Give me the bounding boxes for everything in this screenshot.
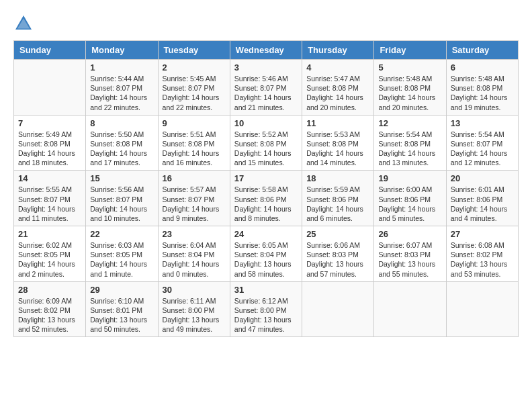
day-number: 24 (234, 229, 298, 239)
page-header (13, 13, 519, 34)
day-info: Sunrise: 6:09 AM Sunset: 8:02 PM Dayligh… (18, 296, 81, 334)
calendar-cell: 14Sunrise: 5:55 AM Sunset: 8:07 PM Dayli… (14, 171, 86, 226)
header-wednesday: Wednesday (230, 41, 302, 60)
day-info: Sunrise: 5:58 AM Sunset: 8:06 PM Dayligh… (234, 185, 298, 223)
logo (13, 13, 36, 34)
calendar-cell: 4Sunrise: 5:47 AM Sunset: 8:08 PM Daylig… (302, 60, 374, 116)
day-number: 13 (451, 118, 514, 128)
day-number: 2 (163, 62, 226, 73)
day-number: 16 (163, 173, 226, 183)
header-saturday: Saturday (446, 41, 518, 60)
calendar-cell: 8Sunrise: 5:50 AM Sunset: 8:08 PM Daylig… (86, 115, 158, 171)
day-info: Sunrise: 5:47 AM Sunset: 8:08 PM Dayligh… (306, 74, 369, 112)
day-number: 5 (378, 62, 441, 73)
calendar-cell: 27Sunrise: 6:08 AM Sunset: 8:02 PM Dayli… (446, 226, 518, 282)
day-info: Sunrise: 5:57 AM Sunset: 8:07 PM Dayligh… (163, 185, 226, 223)
day-info: Sunrise: 5:55 AM Sunset: 8:07 PM Dayligh… (18, 185, 81, 223)
day-info: Sunrise: 5:49 AM Sunset: 8:08 PM Dayligh… (18, 130, 81, 168)
day-number: 18 (306, 173, 369, 183)
calendar-cell (14, 60, 86, 116)
calendar-cell: 12Sunrise: 5:54 AM Sunset: 8:08 PM Dayli… (374, 115, 446, 171)
calendar-cell: 16Sunrise: 5:57 AM Sunset: 8:07 PM Dayli… (158, 171, 230, 226)
calendar-week-5: 28Sunrise: 6:09 AM Sunset: 8:02 PM Dayli… (14, 281, 519, 337)
calendar-cell: 20Sunrise: 6:01 AM Sunset: 8:06 PM Dayli… (446, 171, 518, 226)
day-info: Sunrise: 5:53 AM Sunset: 8:08 PM Dayligh… (306, 130, 369, 168)
day-info: Sunrise: 6:02 AM Sunset: 8:05 PM Dayligh… (18, 240, 81, 279)
day-info: Sunrise: 6:04 AM Sunset: 8:04 PM Dayligh… (163, 240, 226, 279)
day-info: Sunrise: 5:54 AM Sunset: 8:07 PM Dayligh… (451, 130, 514, 168)
calendar-cell (302, 281, 374, 337)
day-number: 1 (90, 62, 153, 73)
day-number: 11 (306, 118, 369, 128)
calendar-header: SundayMondayTuesdayWednesdayThursdayFrid… (14, 41, 519, 60)
day-number: 9 (163, 118, 226, 128)
day-number: 15 (90, 173, 153, 183)
day-info: Sunrise: 5:46 AM Sunset: 8:07 PM Dayligh… (234, 74, 298, 112)
day-number: 29 (90, 285, 153, 295)
header-tuesday: Tuesday (158, 41, 230, 60)
calendar-cell: 21Sunrise: 6:02 AM Sunset: 8:05 PM Dayli… (14, 226, 86, 282)
day-info: Sunrise: 5:52 AM Sunset: 8:08 PM Dayligh… (234, 130, 298, 168)
day-info: Sunrise: 5:48 AM Sunset: 8:08 PM Dayligh… (451, 74, 514, 112)
logo-icon (13, 13, 34, 34)
day-info: Sunrise: 5:54 AM Sunset: 8:08 PM Dayligh… (378, 130, 441, 168)
calendar-cell: 11Sunrise: 5:53 AM Sunset: 8:08 PM Dayli… (302, 115, 374, 171)
header-sunday: Sunday (14, 41, 86, 60)
day-number: 20 (451, 173, 514, 183)
calendar-cell: 10Sunrise: 5:52 AM Sunset: 8:08 PM Dayli… (230, 115, 302, 171)
calendar-cell: 7Sunrise: 5:49 AM Sunset: 8:08 PM Daylig… (14, 115, 86, 171)
calendar-cell: 22Sunrise: 6:03 AM Sunset: 8:05 PM Dayli… (86, 226, 158, 282)
day-info: Sunrise: 5:48 AM Sunset: 8:08 PM Dayligh… (378, 74, 441, 112)
calendar-cell: 5Sunrise: 5:48 AM Sunset: 8:08 PM Daylig… (374, 60, 446, 116)
header-thursday: Thursday (302, 41, 374, 60)
day-number: 31 (234, 285, 298, 295)
calendar-cell: 24Sunrise: 6:05 AM Sunset: 8:04 PM Dayli… (230, 226, 302, 282)
day-number: 26 (378, 229, 441, 239)
calendar-cell: 13Sunrise: 5:54 AM Sunset: 8:07 PM Dayli… (446, 115, 518, 171)
day-info: Sunrise: 6:06 AM Sunset: 8:03 PM Dayligh… (306, 240, 369, 279)
calendar-cell: 3Sunrise: 5:46 AM Sunset: 8:07 PM Daylig… (230, 60, 302, 116)
calendar-cell: 17Sunrise: 5:58 AM Sunset: 8:06 PM Dayli… (230, 171, 302, 226)
day-number: 6 (451, 62, 514, 73)
day-number: 4 (306, 62, 369, 73)
day-info: Sunrise: 6:00 AM Sunset: 8:06 PM Dayligh… (378, 185, 441, 223)
day-info: Sunrise: 5:45 AM Sunset: 8:07 PM Dayligh… (163, 74, 226, 112)
day-info: Sunrise: 6:01 AM Sunset: 8:06 PM Dayligh… (451, 185, 514, 223)
day-info: Sunrise: 6:11 AM Sunset: 8:00 PM Dayligh… (163, 296, 226, 334)
calendar-table: SundayMondayTuesdayWednesdayThursdayFrid… (13, 40, 519, 337)
calendar-cell (446, 281, 518, 337)
day-info: Sunrise: 5:59 AM Sunset: 8:06 PM Dayligh… (306, 185, 369, 223)
calendar-cell: 30Sunrise: 6:11 AM Sunset: 8:00 PM Dayli… (158, 281, 230, 337)
calendar-week-4: 21Sunrise: 6:02 AM Sunset: 8:05 PM Dayli… (14, 226, 519, 282)
day-info: Sunrise: 6:12 AM Sunset: 8:00 PM Dayligh… (234, 296, 298, 334)
day-number: 25 (306, 229, 369, 239)
calendar-cell: 15Sunrise: 5:56 AM Sunset: 8:07 PM Dayli… (86, 171, 158, 226)
header-monday: Monday (86, 41, 158, 60)
calendar-cell: 28Sunrise: 6:09 AM Sunset: 8:02 PM Dayli… (14, 281, 86, 337)
day-number: 3 (234, 62, 298, 73)
calendar-cell: 2Sunrise: 5:45 AM Sunset: 8:07 PM Daylig… (158, 60, 230, 116)
day-number: 21 (18, 229, 81, 239)
day-number: 27 (451, 229, 514, 239)
calendar-cell: 26Sunrise: 6:07 AM Sunset: 8:03 PM Dayli… (374, 226, 446, 282)
day-info: Sunrise: 6:10 AM Sunset: 8:01 PM Dayligh… (90, 296, 153, 334)
day-info: Sunrise: 6:05 AM Sunset: 8:04 PM Dayligh… (234, 240, 298, 279)
day-number: 12 (378, 118, 441, 128)
day-info: Sunrise: 5:51 AM Sunset: 8:08 PM Dayligh… (163, 130, 226, 168)
header-friday: Friday (374, 41, 446, 60)
calendar-cell: 23Sunrise: 6:04 AM Sunset: 8:04 PM Dayli… (158, 226, 230, 282)
calendar-week-3: 14Sunrise: 5:55 AM Sunset: 8:07 PM Dayli… (14, 171, 519, 226)
day-info: Sunrise: 5:44 AM Sunset: 8:07 PM Dayligh… (90, 74, 153, 112)
day-info: Sunrise: 5:50 AM Sunset: 8:08 PM Dayligh… (90, 130, 153, 168)
calendar-cell: 31Sunrise: 6:12 AM Sunset: 8:00 PM Dayli… (230, 281, 302, 337)
calendar-cell: 18Sunrise: 5:59 AM Sunset: 8:06 PM Dayli… (302, 171, 374, 226)
day-info: Sunrise: 6:08 AM Sunset: 8:02 PM Dayligh… (451, 240, 514, 279)
day-number: 23 (163, 229, 226, 239)
day-number: 14 (18, 173, 81, 183)
day-number: 8 (90, 118, 153, 128)
day-number: 7 (18, 118, 81, 128)
day-info: Sunrise: 6:07 AM Sunset: 8:03 PM Dayligh… (378, 240, 441, 279)
day-number: 30 (163, 285, 226, 295)
calendar-week-2: 7Sunrise: 5:49 AM Sunset: 8:08 PM Daylig… (14, 115, 519, 171)
calendar-cell: 6Sunrise: 5:48 AM Sunset: 8:08 PM Daylig… (446, 60, 518, 116)
